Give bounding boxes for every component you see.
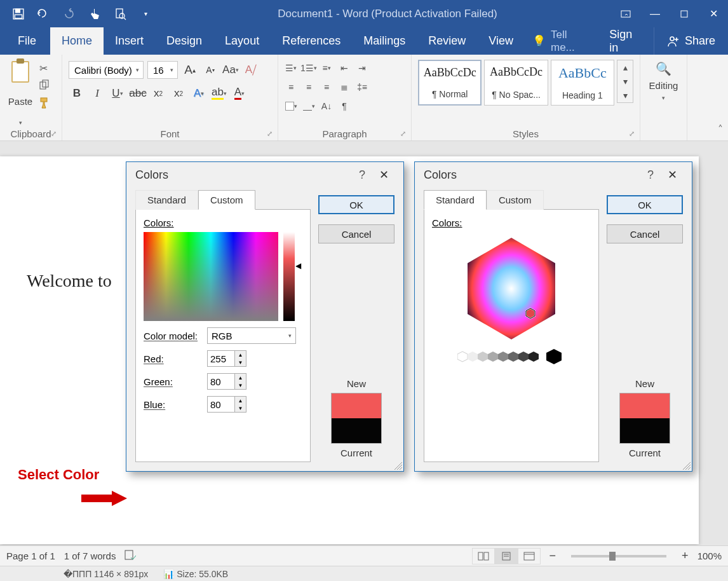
tab-review[interactable]: Review [417,27,477,55]
clear-formatting-icon[interactable]: A⧸ [243,62,259,78]
subscript-button[interactable]: x2 [150,85,166,102]
zoom-out-button[interactable]: − [549,549,556,563]
font-launcher-icon[interactable]: ⤢ [267,130,273,138]
ok-button[interactable]: OK [318,195,394,214]
spin-down-icon[interactable]: ▼ [235,404,246,412]
font-name-combo[interactable]: Calibri (Body)▾ [69,61,144,79]
tab-layout[interactable]: Layout [213,27,271,55]
cut-icon[interactable]: ✂ [39,62,50,74]
bullets-icon[interactable]: ☰▾ [283,61,299,75]
tab-insert[interactable]: Insert [104,27,155,55]
copy-icon[interactable] [39,79,50,92]
spin-up-icon[interactable]: ▲ [235,397,246,404]
styles-launcher-icon[interactable]: ⤢ [629,130,635,138]
dialog-help-button[interactable]: ? [351,168,373,182]
decrease-indent-icon[interactable]: ⇤ [337,61,352,75]
share-button[interactable]: Share [654,27,728,55]
luminance-slider[interactable]: ◀ [283,232,295,321]
tab-standard[interactable]: Standard [424,190,487,210]
style-no-spacing[interactable]: AaBbCcDc ¶ No Spac... [484,60,548,106]
shrink-font-icon[interactable]: A▾ [202,62,219,78]
find-icon[interactable]: 🔍 [656,61,671,76]
dialog-help-button[interactable]: ? [640,168,661,182]
zoom-slider[interactable] [571,555,666,557]
tab-standard[interactable]: Standard [135,190,198,210]
spin-up-icon[interactable]: ▲ [235,374,246,381]
tab-home[interactable]: Home [50,27,104,55]
text-effects-icon[interactable]: A▾ [191,85,207,102]
italic-button[interactable]: I [89,85,105,102]
font-size-combo[interactable]: 16▾ [147,61,178,79]
qat-customize-icon[interactable]: ▾ [136,4,155,24]
borders-icon[interactable]: ▾ [301,99,316,113]
increase-indent-icon[interactable]: ⇥ [354,61,370,75]
red-input[interactable]: ▲▼ [207,350,246,367]
redo-icon[interactable] [60,4,79,24]
web-layout-icon[interactable] [518,548,541,564]
spin-up-icon[interactable]: ▲ [235,351,246,359]
spin-down-icon[interactable]: ▼ [235,381,246,389]
ok-button[interactable]: OK [607,195,683,214]
font-color-button[interactable]: A▾ [231,85,248,102]
grow-font-icon[interactable]: A▴ [182,62,198,78]
tab-references[interactable]: References [271,27,352,55]
touch-mode-icon[interactable] [85,4,104,24]
color-gradient-picker[interactable] [144,232,278,321]
resize-grip-icon[interactable] [682,461,691,470]
align-left-icon[interactable]: ≡ [283,80,299,94]
blue-input[interactable]: ▲▼ [207,396,246,413]
tab-file[interactable]: File [4,27,50,55]
tell-me-search[interactable]: 💡Tell me... [525,27,598,55]
styles-scroll-down-icon[interactable]: ▾ [617,74,633,88]
word-count[interactable]: 1 of 7 words [64,550,116,561]
clipboard-launcher-icon[interactable]: ⤢ [51,130,57,138]
highlight-button[interactable]: ab▾ [211,85,227,102]
minimize-icon[interactable]: — [640,0,670,27]
style-heading1[interactable]: AaBbCc Heading 1 [551,60,614,106]
format-painter-icon[interactable] [39,97,50,111]
change-case-icon[interactable]: Aa▾ [222,62,239,78]
superscript-button[interactable]: x2 [170,85,187,102]
undo-icon[interactable] [34,4,53,24]
tab-custom[interactable]: Custom [487,190,544,210]
read-mode-icon[interactable] [472,548,495,564]
zoom-in-button[interactable]: + [682,549,689,563]
green-input[interactable]: ▲▼ [207,373,246,390]
standard-color-hexagon[interactable] [447,232,577,345]
ribbon-display-icon[interactable] [611,0,640,27]
sign-in-link[interactable]: Sign in [598,27,654,55]
paste-button[interactable]: Paste ▾ [4,57,37,126]
multilevel-icon[interactable]: ≡▾ [319,61,334,75]
align-center-icon[interactable]: ≡ [301,80,316,94]
bold-button[interactable]: B [69,85,85,102]
line-spacing-icon[interactable]: ‡≡ [354,80,370,94]
tab-view[interactable]: View [477,27,525,55]
tab-design[interactable]: Design [155,27,213,55]
shading-icon[interactable]: ▾ [283,99,299,113]
show-marks-icon[interactable]: ¶ [337,99,352,113]
tab-mailings[interactable]: Mailings [352,27,417,55]
cancel-button[interactable]: Cancel [318,224,394,243]
colormodel-select[interactable]: RGB▾ [207,327,296,344]
align-right-icon[interactable]: ≡ [319,80,334,94]
close-icon[interactable]: ✕ [699,0,728,27]
styles-expand-icon[interactable]: ▾ [617,88,633,102]
page-indicator[interactable]: Page 1 of 1 [6,550,55,561]
maximize-icon[interactable] [670,0,699,27]
style-normal[interactable]: AaBbCcDc ¶ Normal [418,60,482,106]
cancel-button[interactable]: Cancel [607,224,683,243]
editing-dropdown-icon[interactable]: ▾ [662,95,665,101]
styles-scroll-up-icon[interactable]: ▴ [617,60,633,74]
strikethrough-button[interactable]: abc [130,85,146,102]
dialog-close-button[interactable]: ✕ [661,168,683,182]
resize-grip-icon[interactable] [393,461,402,470]
dialog-close-button[interactable]: ✕ [373,168,394,182]
spin-down-icon[interactable]: ▼ [235,359,246,366]
save-icon[interactable] [9,4,28,24]
justify-icon[interactable]: ≣ [337,80,352,94]
spellcheck-icon[interactable] [125,550,136,562]
zoom-level[interactable]: 100% [698,550,722,561]
tab-custom[interactable]: Custom [198,190,255,210]
paragraph-launcher-icon[interactable]: ⤢ [400,130,406,138]
underline-button[interactable]: U▾ [109,85,126,102]
